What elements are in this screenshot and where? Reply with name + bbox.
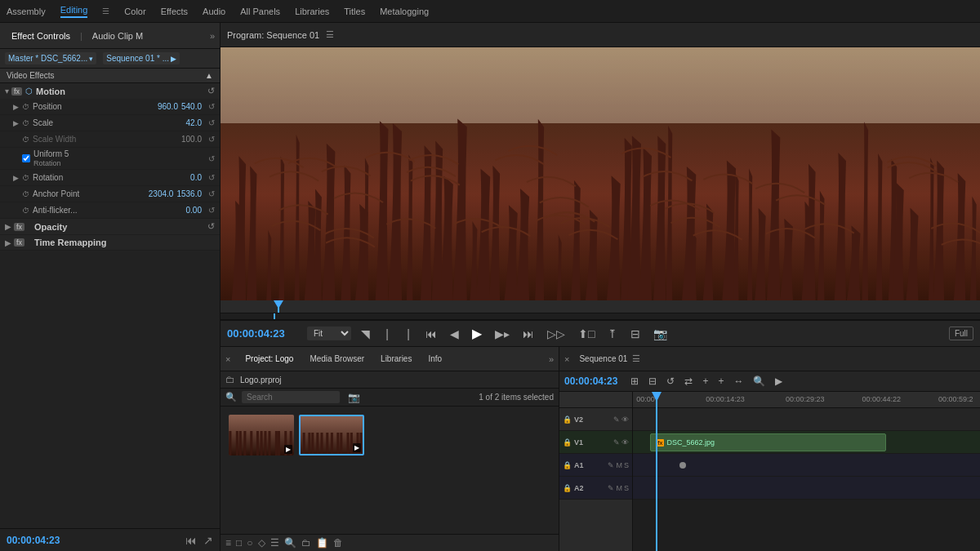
v2-pencil-icon[interactable]: ✎: [613, 415, 620, 424]
time-remap-expand[interactable]: ▶: [5, 238, 11, 247]
scale-width-reset[interactable]: ↺: [208, 135, 215, 144]
full-btn[interactable]: Full: [949, 327, 973, 340]
nav-metalogging[interactable]: Metalogging: [380, 7, 429, 16]
a2-mute-icon[interactable]: M: [616, 484, 622, 492]
tl-linked-btn[interactable]: ⊟: [645, 374, 660, 389]
tab-effect-controls[interactable]: Effect Controls: [5, 28, 77, 44]
sort-icon[interactable]: ◇: [258, 537, 265, 549]
go-start-btn[interactable]: ⏮: [422, 326, 440, 342]
tab-project[interactable]: Project: Logo: [238, 351, 300, 367]
nav-color[interactable]: Color: [124, 7, 145, 16]
opacity-row[interactable]: ▶ fx Opacity ↺: [0, 219, 220, 235]
thumb-1[interactable]: ▶: [229, 415, 294, 455]
lift-btn[interactable]: ⬆□: [575, 326, 598, 342]
freeform-icon[interactable]: ○: [247, 537, 252, 549]
settings-icon[interactable]: ☰: [270, 537, 279, 549]
antiflicker-stopwatch[interactable]: ⏱: [22, 207, 29, 215]
shuttle-fwd-btn[interactable]: ▷▷: [544, 326, 568, 342]
a2-lane[interactable]: [633, 477, 980, 500]
nav-titles[interactable]: Titles: [344, 7, 365, 16]
marker-btn[interactable]: |: [380, 326, 394, 342]
mark-in-btn[interactable]: ◥: [358, 326, 373, 342]
anchor-reset[interactable]: ↺: [208, 189, 215, 198]
motion-expand[interactable]: ▾: [5, 87, 9, 96]
effect-controls-timecode[interactable]: 00:00:04:23: [7, 535, 60, 546]
v1-pencil-icon[interactable]: ✎: [613, 438, 620, 447]
zoom-select[interactable]: Fit25%50%75%100%: [307, 327, 351, 340]
list-view-icon[interactable]: ≡: [225, 537, 231, 549]
opacity-reset[interactable]: ↺: [207, 221, 215, 232]
tl-insert-btn[interactable]: +: [715, 374, 727, 389]
timeline-menu-icon[interactable]: ☰: [632, 353, 640, 364]
v1-eye-icon[interactable]: 👁: [621, 438, 629, 447]
position-val1[interactable]: 960.0: [158, 102, 178, 111]
v2-lane[interactable]: [633, 408, 980, 431]
editing-menu-icon[interactable]: ☰: [102, 7, 109, 16]
rotation-val[interactable]: 0.0: [190, 173, 202, 182]
nav-allpanels[interactable]: All Panels: [240, 7, 280, 16]
anchor-val2[interactable]: 1536.0: [176, 189, 202, 198]
nav-effects[interactable]: Effects: [161, 7, 188, 16]
a2-lock-icon[interactable]: 🔒: [563, 484, 572, 492]
timeline-close-btn[interactable]: ×: [564, 354, 569, 364]
monitor-menu-icon[interactable]: ☰: [326, 29, 334, 40]
v1-lane[interactable]: fx DSC_5662.jpg: [633, 431, 980, 454]
motion-title-row[interactable]: ▾ fx ⬡ Motion ↺: [0, 83, 220, 99]
position-reset[interactable]: ↺: [208, 102, 215, 111]
timeline-timecode[interactable]: 00:00:04:23: [564, 375, 617, 387]
a2-solo-icon[interactable]: S: [624, 484, 629, 492]
step-fwd-btn[interactable]: ▶▸: [492, 326, 513, 342]
tl-lift-btn[interactable]: ↔: [730, 374, 746, 389]
project-close-btn[interactable]: ×: [225, 354, 230, 364]
thumb-2[interactable]: ▶: [299, 415, 364, 455]
trim-btn[interactable]: ⊟: [627, 326, 644, 342]
scale-toggle[interactable]: ▶: [13, 119, 19, 127]
antiflicker-reset[interactable]: ↺: [208, 206, 215, 215]
nav-assembly[interactable]: Assembly: [7, 7, 46, 16]
v2-lock-icon[interactable]: 🔒: [563, 415, 572, 424]
tl-play-btn[interactable]: ▶: [772, 374, 786, 389]
timecode-export-btn[interactable]: ↗: [203, 534, 213, 547]
rotation-toggle[interactable]: ▶: [13, 174, 19, 182]
tl-markers-btn[interactable]: ↺: [663, 374, 678, 389]
panel-expand-btn[interactable]: »: [210, 31, 215, 41]
tl-search-btn[interactable]: 🔍: [750, 374, 768, 389]
play-btn[interactable]: ▶: [469, 324, 485, 343]
video-clip[interactable]: fx DSC_5662.jpg: [650, 433, 886, 451]
nav-editing[interactable]: Editing: [60, 5, 88, 18]
motion-reset[interactable]: ↺: [207, 86, 215, 96]
a1-pencil-icon[interactable]: ✎: [608, 461, 614, 469]
position-val2[interactable]: 540.0: [181, 102, 202, 111]
tl-snap-btn[interactable]: ⊞: [627, 374, 642, 389]
project-expand-btn[interactable]: »: [549, 354, 554, 364]
scale-stopwatch[interactable]: ⏱: [22, 119, 29, 127]
monitor-scrub-bar[interactable]: [220, 313, 980, 320]
nav-audio[interactable]: Audio: [203, 7, 225, 16]
a1-lock-icon[interactable]: 🔒: [563, 461, 572, 469]
a1-solo-icon[interactable]: S: [624, 461, 629, 469]
timeline-ruler[interactable]: 00:00 00:00:14:23 00:00:29:23 00:00:44:2…: [633, 392, 980, 408]
v2-eye-icon[interactable]: 👁: [621, 415, 629, 424]
anchor-val1[interactable]: 2304.0: [149, 189, 174, 198]
uniform-scale-checkbox[interactable]: [22, 154, 30, 162]
scale-reset[interactable]: ↺: [208, 118, 215, 127]
scroll-up-btn[interactable]: ▲: [205, 71, 213, 80]
sequence-dropdown[interactable]: Sequence 01 * ... ▶: [103, 52, 180, 64]
source-dropdown[interactable]: Master * DSC_5662... ▾: [5, 52, 96, 64]
timecode-prev-btn[interactable]: ⏮: [185, 534, 197, 547]
scale-val1[interactable]: 42.0: [186, 118, 202, 127]
step-back-btn[interactable]: ◀: [447, 326, 462, 342]
delete-icon[interactable]: 🗑: [333, 537, 343, 549]
opacity-expand[interactable]: ▶: [5, 222, 11, 231]
go-end-btn[interactable]: ⏭: [519, 326, 537, 342]
camera-btn[interactable]: 📷: [650, 326, 670, 342]
tab-media-browser[interactable]: Media Browser: [303, 351, 371, 367]
icon-view-icon[interactable]: □: [236, 537, 242, 549]
rotation-stopwatch[interactable]: ⏱: [22, 174, 29, 182]
tl-zoom-in-btn[interactable]: +: [699, 374, 711, 389]
position-toggle[interactable]: ▶: [13, 103, 19, 111]
search-input[interactable]: [242, 391, 340, 403]
position-stopwatch[interactable]: ⏱: [22, 103, 29, 111]
a1-mute-icon[interactable]: M: [616, 461, 622, 469]
tab-audio-clip[interactable]: Audio Clip M: [86, 28, 149, 44]
